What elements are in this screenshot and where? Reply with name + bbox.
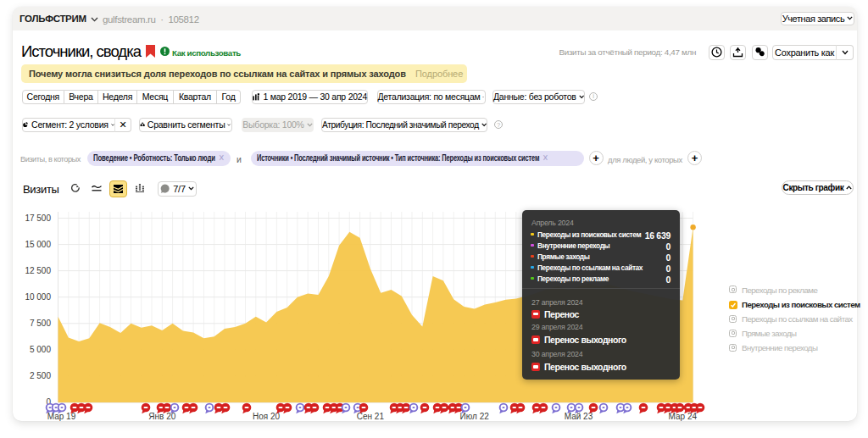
svg-text:5 000: 5 000: [30, 345, 51, 354]
svg-text:Июл 22: Июл 22: [460, 412, 490, 421]
svg-text:7 500: 7 500: [30, 319, 51, 328]
svg-text:15 000: 15 000: [25, 240, 51, 249]
svg-text:2 500: 2 500: [30, 371, 51, 380]
svg-text:Ноя 20: Ноя 20: [253, 412, 281, 421]
svg-text:Мар 24: Мар 24: [669, 412, 698, 421]
svg-text:17 500: 17 500: [25, 213, 51, 223]
svg-text:10 000: 10 000: [25, 292, 51, 302]
svg-text:12 500: 12 500: [25, 266, 51, 275]
